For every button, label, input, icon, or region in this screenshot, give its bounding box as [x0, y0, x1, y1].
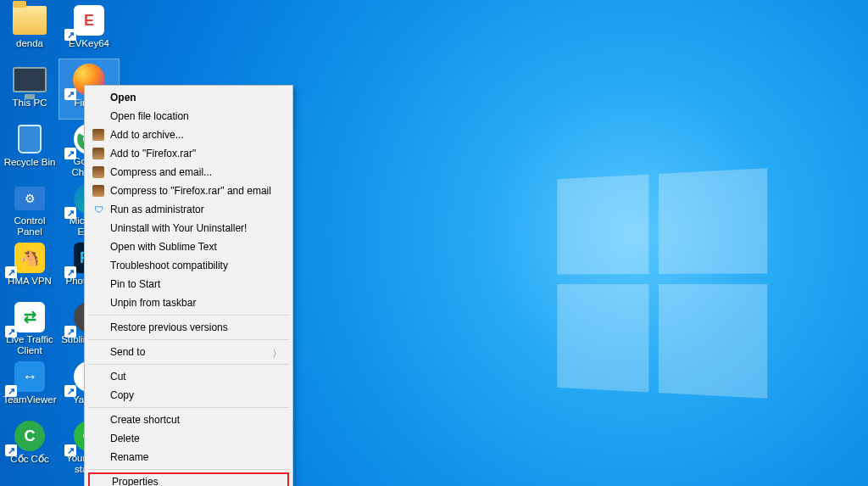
ctx-open-sublime-label: Open with Sublime Text [110, 241, 217, 253]
recycle-bin-icon [18, 125, 42, 154]
desktop-icon-label: Control Panel [2, 215, 58, 237]
desktop-icon-denda[interactable]: denda [0, 0, 59, 59]
desktop-icon-hma-vpn[interactable]: 🐴↗HMA VPN [0, 237, 59, 297]
desktop[interactable]: dendaThis PCRecycle Bin⚙Control Panel🐴↗H… [0, 0, 868, 486]
evkey-icon: E [74, 5, 104, 36]
ctx-unpin-taskbar-label: Unpin from taskbar [110, 297, 196, 309]
ctx-open-sublime[interactable]: Open with Sublime Text [86, 237, 291, 256]
winrar-icon [92, 128, 105, 142]
ctx-open[interactable]: Open [86, 88, 291, 107]
shortcut-arrow-icon: ↗ [64, 29, 76, 41]
shortcut-arrow-icon: ↗ [5, 326, 17, 338]
ctx-add-to-firefox-rar[interactable]: Add to "Firefox.rar" [86, 144, 291, 163]
separator [88, 315, 289, 316]
windows-logo [557, 168, 767, 400]
ctx-uninstall-with[interactable]: Uninstall with Your Uninstaller! [86, 219, 291, 237]
desktop-icon-control-panel[interactable]: ⚙Control Panel [0, 178, 59, 237]
control-panel-icon: ⚙ [14, 187, 45, 210]
ctx-add-to-archive-label: Add to archive... [110, 129, 184, 141]
winrar-icon [92, 147, 105, 160]
ctx-unpin-taskbar[interactable]: Unpin from taskbar [86, 293, 291, 312]
separator [88, 407, 289, 408]
desktop-icon-this-pc[interactable]: This PC [0, 59, 59, 119]
desktop-icon-live-traffic[interactable]: ⇄↗Live Traffic Client [0, 297, 59, 356]
ctx-create-shortcut[interactable]: Create shortcut [86, 411, 291, 429]
separator [88, 339, 289, 340]
ctx-run-as-admin[interactable]: 🛡Run as administrator [86, 200, 291, 219]
ctx-delete[interactable]: Delete [86, 429, 291, 448]
ctx-compress-email-label: Compress and email... [110, 166, 212, 178]
desktop-icon-label: Recycle Bin [4, 157, 56, 168]
ctx-rename[interactable]: Rename [86, 448, 291, 466]
ctx-run-as-admin-label: Run as administrator [110, 204, 204, 215]
context-menu: Open Open file location Add to archive..… [84, 85, 293, 486]
separator [88, 469, 289, 470]
shortcut-arrow-icon: ↗ [64, 148, 76, 159]
ctx-cut-label: Cut [110, 371, 126, 383]
shortcut-arrow-icon: ↗ [64, 444, 76, 456]
ctx-open-file-location-label: Open file location [110, 110, 189, 122]
ctx-restore-versions-label: Restore previous versions [110, 321, 228, 333]
ctx-compress-email[interactable]: Compress and email... [86, 163, 291, 182]
desktop-icon-label: denda [16, 38, 43, 49]
desktop-icon-coc-coc[interactable]: C↗Cốc Cốc [0, 416, 59, 475]
ctx-cut[interactable]: Cut [86, 367, 291, 386]
ctx-copy-label: Copy [110, 389, 134, 401]
ctx-send-to[interactable]: Send to〉 [86, 343, 291, 361]
ctx-copy[interactable]: Copy [86, 386, 291, 405]
shield-icon: 🛡 [92, 203, 105, 216]
shortcut-arrow-icon: ↗ [5, 385, 17, 397]
shortcut-arrow-icon: ↗ [64, 385, 76, 397]
ctx-pin-start-label: Pin to Start [110, 278, 160, 290]
coccoc-icon: C [14, 421, 45, 451]
separator [88, 364, 289, 365]
shortcut-arrow-icon: ↗ [5, 444, 17, 456]
ctx-pin-start[interactable]: Pin to Start [86, 275, 291, 293]
ctx-open-file-location[interactable]: Open file location [86, 107, 291, 126]
ctx-send-to-label: Send to [110, 346, 145, 358]
ctx-delete-label: Delete [110, 433, 140, 444]
desktop-icon-recycle-bin[interactable]: Recycle Bin [0, 119, 59, 178]
pc-icon [13, 67, 47, 92]
shortcut-arrow-icon: ↗ [64, 88, 76, 100]
ctx-uninstall-with-label: Uninstall with Your Uninstaller! [110, 222, 247, 234]
desktop-icon-evkey[interactable]: E↗EVKey64 [59, 0, 119, 59]
shortcut-arrow-icon: ↗ [64, 266, 76, 278]
teamviewer-icon: ↔ [14, 361, 45, 392]
ctx-restore-versions[interactable]: Restore previous versions [86, 318, 291, 337]
ctx-troubleshoot[interactable]: Troubleshoot compatibility [86, 256, 291, 275]
ctx-rename-label: Rename [110, 451, 148, 463]
desktop-icons: dendaThis PCRecycle Bin⚙Control Panel🐴↗H… [0, 0, 3, 3]
ctx-properties-label: Properties [112, 476, 159, 486]
ctx-compress-firefox-email-label: Compress to "Firefox.rar" and email [110, 185, 271, 197]
ctx-properties[interactable]: Properties [88, 472, 289, 486]
winrar-icon [92, 165, 105, 179]
desktop-icon-teamviewer[interactable]: ↔↗TeamViewer [0, 356, 59, 416]
shortcut-arrow-icon: ↗ [5, 266, 17, 278]
chevron-right-icon: 〉 [272, 347, 282, 361]
ctx-create-shortcut-label: Create shortcut [110, 414, 180, 426]
ctx-troubleshoot-label: Troubleshoot compatibility [110, 260, 228, 271]
ctx-add-to-firefox-rar-label: Add to "Firefox.rar" [110, 148, 196, 159]
winrar-icon [92, 184, 105, 198]
ctx-add-to-archive[interactable]: Add to archive... [86, 126, 291, 144]
shortcut-arrow-icon: ↗ [64, 326, 76, 338]
hma-icon: 🐴 [14, 243, 45, 273]
ctx-open-label: Open [110, 92, 136, 103]
ctx-compress-firefox-email[interactable]: Compress to "Firefox.rar" and email [86, 182, 291, 200]
shortcut-arrow-icon: ↗ [64, 207, 76, 219]
live-traffic-icon: ⇄ [14, 302, 45, 332]
folder-icon [13, 6, 47, 35]
